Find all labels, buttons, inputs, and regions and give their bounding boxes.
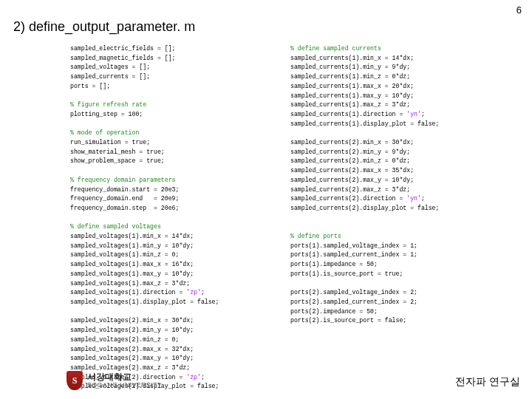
logo-text: 서강대학교 SOGANG UNIVERSITY <box>87 372 162 389</box>
code-line: sampled_voltages(2).min_x = 30*dx; <box>70 316 270 326</box>
code-line: sampled_voltages(2).min_y = 10*dy; <box>70 326 270 335</box>
code-line: show_problem_space = true; <box>70 157 270 166</box>
code-line: % define sampled voltages <box>70 222 270 232</box>
code-line: sampled_currents(1).direction = 'yn'; <box>290 110 490 120</box>
slide-title: 2) define_output_parameter. m <box>13 19 195 35</box>
lab-name: 전자파 연구실 <box>455 375 520 389</box>
code-line: sampled_currents(1).max_x = 20*dx; <box>290 82 490 92</box>
code-line: sampled_currents(2).display_plot = false… <box>290 204 490 214</box>
code-line: sampled_currents(2).min_z = 0*dz; <box>290 157 490 166</box>
code-line: sampled_currents(1).max_y = 10*dy; <box>290 92 490 101</box>
code-line: sampled_voltages(1).direction = 'zp'; <box>70 288 270 298</box>
code-line <box>70 166 270 176</box>
code-line <box>290 129 490 138</box>
code-line <box>70 92 270 101</box>
code-line: sampled_voltages(1).min_x = 14*dx; <box>70 232 270 242</box>
code-line: sampled_currents(1).min_y = 9*dy; <box>290 63 490 72</box>
code-line <box>290 279 490 289</box>
code-line: ports(1).impedance = 50; <box>290 260 490 270</box>
code-line: sampled_voltages(1).min_z = 0; <box>70 250 270 260</box>
code-line <box>290 222 490 232</box>
code-line: sampled_voltages(1).max_x = 16*dx; <box>70 260 270 270</box>
code-line: ports(2).sampled_current_index = 2; <box>290 298 490 307</box>
code-line: frequency_domain.step = 20e6; <box>70 204 270 214</box>
code-line: sampled_voltages(1).display_plot = false… <box>70 298 270 307</box>
code-line <box>70 120 270 129</box>
logo-english: SOGANG UNIVERSITY <box>87 382 162 389</box>
code-line: sampled_voltages(2).min_z = 0; <box>70 335 270 345</box>
code-line: sampled_currents(1).display_plot = false… <box>290 120 490 129</box>
code-line: sampled_currents(1).max_z = 3*dz; <box>290 100 490 110</box>
code-line: ports(2).sampled_voltage_index = 2; <box>290 288 490 298</box>
code-line: sampled_currents = []; <box>70 72 270 82</box>
code-line: % define sampled currents <box>290 44 490 54</box>
code-line: sampled_electric_fields = []; <box>70 44 270 54</box>
code-line: frequency_domain.start = 20e3; <box>70 185 270 195</box>
code-line: sampled_voltages(2).max_x = 32*dx; <box>70 345 270 355</box>
code-line: show_material_mesh = true; <box>70 148 270 157</box>
code-line: run_simulation = true; <box>70 138 270 148</box>
page-number: 6 <box>516 4 522 16</box>
code-line: % figure refresh rate <box>70 100 270 110</box>
logo-korean: 서강대학교 <box>87 372 162 382</box>
code-line: sampled_currents(1).min_z = 0*dz; <box>290 72 490 82</box>
code-line: % define ports <box>290 232 490 242</box>
code-line: ports(1).sampled_voltage_index = 1; <box>290 242 490 251</box>
code-line: ports(1).sampled_current_index = 1; <box>290 250 490 260</box>
code-line: frequency_domain.end = 20e9; <box>70 194 270 204</box>
code-column-1: sampled_electric_fields = [];sampled_mag… <box>70 44 270 392</box>
code-line: sampled_currents(2).direction = 'yn'; <box>290 194 490 204</box>
code-line: sampled_voltages = []; <box>70 63 270 72</box>
code-line: sampled_magnetic_fields = []; <box>70 54 270 64</box>
code-line <box>70 214 270 223</box>
code-column-2: % define sampled currentssampled_current… <box>290 44 490 392</box>
code-line: sampled_currents(2).max_y = 10*dy; <box>290 176 490 185</box>
code-line <box>290 214 490 223</box>
code-line: sampled_currents(1).min_x = 14*dx; <box>290 54 490 64</box>
code-line: sampled_voltages(1).max_z = 3*dz; <box>70 279 270 289</box>
code-line: plotting_step = 100; <box>70 110 270 120</box>
code-line: ports(1).is_source_port = true; <box>290 270 490 279</box>
university-logo: 서강대학교 SOGANG UNIVERSITY <box>66 371 162 390</box>
code-line: ports(2).impedance = 50; <box>290 307 490 317</box>
shield-icon <box>66 371 83 390</box>
code-line: sampled_voltages(1).min_y = 10*dy; <box>70 242 270 251</box>
code-line: ports = []; <box>70 82 270 92</box>
code-line <box>70 307 270 317</box>
code-line: ports(2).is_source_port = false; <box>290 316 490 326</box>
code-line: sampled_voltages(1).max_y = 10*dy; <box>70 270 270 279</box>
code-line: sampled_currents(2).max_z = 3*dz; <box>290 185 490 195</box>
code-line: % frequency domain parameters <box>70 176 270 185</box>
code-block: sampled_electric_fields = [];sampled_mag… <box>70 44 495 392</box>
code-line: % mode of operation <box>70 129 270 138</box>
code-line: sampled_voltages(2).max_y = 10*dy; <box>70 354 270 364</box>
code-line: sampled_currents(2).min_x = 30*dx; <box>290 138 490 148</box>
code-line: sampled_currents(2).min_y = 9*dy; <box>290 148 490 157</box>
code-line: sampled_currents(2).max_x = 35*dx; <box>290 166 490 176</box>
